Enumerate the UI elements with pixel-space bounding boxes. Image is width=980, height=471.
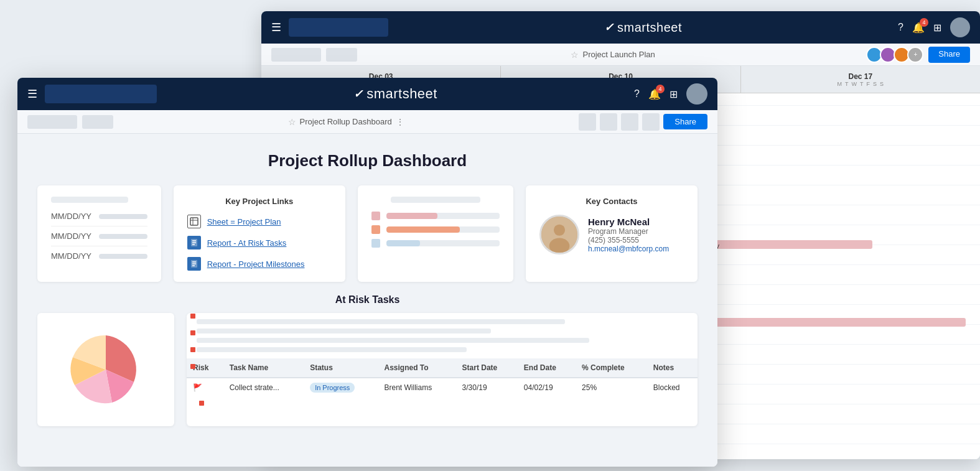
front-share-button[interactable]: Share (663, 114, 707, 129)
col-status: Status (304, 358, 378, 378)
red-dots-column (190, 314, 195, 369)
collab-av-4: + (907, 47, 923, 63)
progress-color-1 (371, 212, 380, 220)
progress-bar-row-3 (371, 239, 500, 248)
table-bottom-area (187, 397, 698, 409)
date-bar-2 (99, 234, 147, 239)
date-label-2: MM/DD/YY (51, 231, 91, 241)
col-assigned: Assigned To (378, 358, 456, 378)
front-tab-star[interactable]: ☆ (288, 117, 296, 127)
progress-widget-header-bar (391, 197, 480, 203)
date-row-1: MM/DD/YY (51, 212, 147, 226)
back-share-button[interactable]: Share (928, 47, 970, 63)
back-search-box[interactable] (289, 18, 388, 37)
link-item-report-1[interactable]: Report - At Risk Tasks (187, 236, 332, 249)
back-logo-text: smartsheet (617, 21, 682, 35)
back-help-icon[interactable]: ? (898, 22, 903, 33)
contact-phone: (425) 355-5555 (588, 236, 669, 245)
contact-name: Henry McNeal (588, 217, 669, 227)
date-row-2: MM/DD/YY (51, 231, 147, 246)
progress-bar-row-1 (371, 212, 500, 220)
back-collaborator-avatars: + (869, 47, 923, 63)
contacts-widget: Key Contacts Henry McNeal Program Manage… (526, 185, 698, 282)
task-table: Risk Task Name Status Assigned To Start … (187, 358, 698, 397)
cell-status: In Progress (304, 378, 378, 397)
back-hamburger-icon[interactable]: ☰ (271, 21, 281, 34)
back-notification-badge: 4 (920, 18, 928, 27)
front-search-box[interactable] (45, 85, 157, 103)
front-action-btn-4[interactable] (642, 113, 660, 131)
front-action-btns: Share (579, 113, 707, 131)
back-nav-icons: ? 🔔 4 ⊞ (898, 17, 970, 37)
front-tab-btn-2[interactable] (82, 115, 113, 129)
date-bar-1 (99, 214, 147, 219)
col-start: Start Date (456, 358, 518, 378)
contact-info: Henry McNeal Program Manager (425) 355-5… (588, 217, 669, 253)
front-help-icon[interactable]: ? (634, 88, 640, 100)
at-risk-title: At Risk Tasks (37, 294, 698, 305)
link-text-report-2[interactable]: Report - Project Milestones (207, 259, 305, 269)
dashboard-title: Project Rollup Dashboard (37, 151, 698, 170)
date-label-1: MM/DD/YY (51, 212, 91, 221)
gantt-week-dec17: Dec 17 MTWTFSS (741, 66, 980, 93)
front-logo-text: smartsheet (366, 86, 437, 102)
contact-avatar (539, 215, 579, 254)
link-text-report-1[interactable]: Report - At Risk Tasks (207, 238, 287, 248)
back-nav-bar: ☰ ✓ smartsheet ? 🔔 4 ⊞ (261, 11, 980, 44)
front-grid-icon[interactable]: ⊞ (670, 88, 678, 100)
front-notification-icon[interactable]: 🔔 4 (648, 88, 661, 100)
report-icon-2 (187, 257, 201, 271)
widgets-row-top: MM/DD/YY MM/DD/YY MM/DD/YY Key Project L… (37, 185, 698, 282)
back-tab-bar: ☆ Project Launch Plan + Share (261, 44, 980, 66)
status-badge: In Progress (310, 383, 355, 393)
front-tab-more-icon[interactable]: ⋮ (396, 117, 404, 127)
report-icon-1 (187, 236, 201, 249)
back-logo-icon: ✓ (604, 21, 614, 34)
front-nav-bar: ☰ ✓ smartsheet ? 🔔 4 ⊞ (17, 78, 717, 110)
col-notes: Notes (647, 358, 698, 378)
link-item-report-2[interactable]: Report - Project Milestones (187, 257, 332, 271)
links-widget-title: Key Project Links (187, 197, 332, 206)
progress-bar-row-2 (371, 225, 500, 234)
back-tab-btn-1[interactable] (271, 48, 321, 62)
col-complete: % Complete (576, 358, 647, 378)
front-tab-btn-1[interactable] (27, 115, 77, 129)
back-tab-title: ☆ Project Launch Plan (362, 50, 864, 60)
back-logo-area: ✓ smartsheet (396, 21, 890, 35)
back-action-buttons: + Share (869, 47, 970, 63)
back-notification-icon[interactable]: 🔔 4 (912, 22, 925, 34)
front-action-btn-1[interactable] (579, 113, 596, 131)
back-tab-star[interactable]: ☆ (571, 50, 579, 60)
progress-widget (358, 185, 513, 282)
date-row-3: MM/DD/YY (51, 251, 147, 261)
link-text-sheet[interactable]: Sheet = Project Plan (207, 217, 281, 226)
front-logo-icon: ✓ (353, 87, 363, 101)
back-user-avatar[interactable] (950, 17, 970, 37)
front-logo-area: ✓ smartsheet (164, 86, 627, 102)
svg-point-12 (554, 225, 565, 236)
front-tab-bar: ☆ Project Rollup Dashboard ⋮ Share (17, 110, 717, 134)
front-action-btn-2[interactable] (600, 113, 617, 131)
back-grid-icon[interactable]: ⊞ (933, 22, 941, 34)
contact-card: Henry McNeal Program Manager (425) 355-5… (539, 215, 684, 254)
front-tab-label: Project Rollup Dashboard (300, 117, 392, 126)
cell-assigned: Brent Williams (378, 378, 456, 397)
gantt-bar-7 (693, 318, 966, 327)
front-user-avatar[interactable] (686, 83, 707, 105)
cell-start: 3/30/19 (456, 378, 518, 397)
cell-risk: 🚩 (187, 378, 223, 397)
link-item-sheet[interactable]: Sheet = Project Plan (187, 215, 332, 228)
flag-icon: 🚩 (193, 383, 202, 392)
date-bar-3 (99, 254, 147, 259)
front-hamburger-icon[interactable]: ☰ (27, 87, 37, 101)
bottom-row: Risk Task Name Status Assigned To Start … (37, 313, 698, 426)
back-tab-btn-2[interactable] (326, 48, 357, 62)
red-dot-1 (190, 314, 195, 319)
progress-bar-fill-2 (386, 226, 460, 233)
back-tab-label: Project Launch Plan (582, 50, 655, 59)
table-ph-3 (197, 338, 589, 343)
progress-bar-bg-2 (386, 226, 500, 233)
front-action-btn-3[interactable] (621, 113, 638, 131)
at-risk-section: At Risk Tasks (37, 294, 698, 426)
pie-widget (37, 313, 174, 426)
